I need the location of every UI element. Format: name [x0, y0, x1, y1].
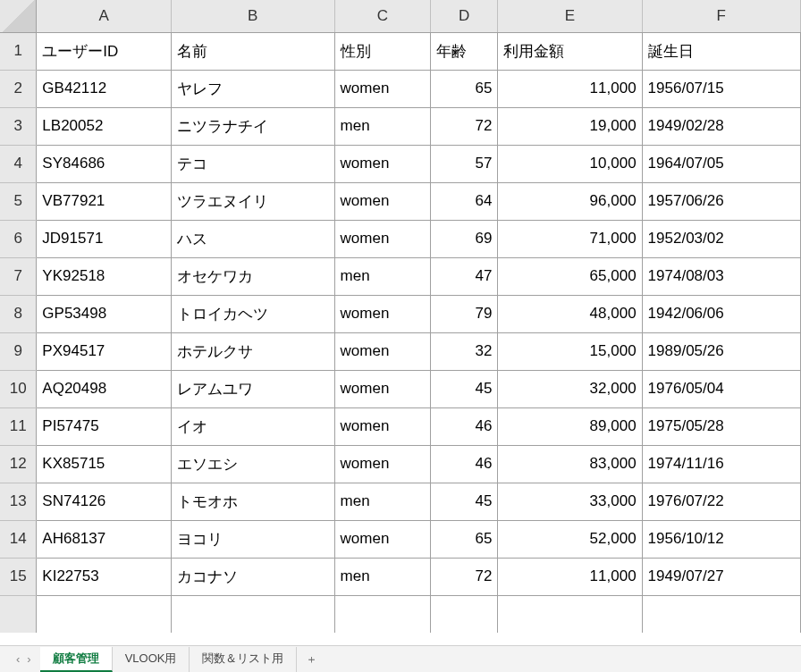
cell-B14[interactable]: ヨコリ	[171, 520, 334, 558]
row-header-2[interactable]: 2	[0, 70, 37, 107]
cell-B2[interactable]: ヤレフ	[171, 70, 334, 107]
cell-E7[interactable]: 65,000	[498, 257, 642, 295]
sheet-tab[interactable]: 関数＆リスト用	[190, 647, 297, 672]
cell-B13[interactable]: トモオホ	[171, 483, 334, 520]
row-header-partial[interactable]	[0, 595, 37, 633]
cell-C7[interactable]: men	[334, 257, 431, 295]
cell-A7[interactable]: YK92518	[37, 257, 172, 295]
row-header-3[interactable]: 3	[0, 107, 37, 145]
cell-A8[interactable]: GP53498	[37, 295, 172, 332]
row-header-12[interactable]: 12	[0, 445, 37, 483]
cell-C8[interactable]: women	[334, 295, 431, 332]
cell-B5[interactable]: ツラエヌイリ	[171, 182, 334, 220]
row-header-15[interactable]: 15	[0, 558, 37, 595]
cell-A10[interactable]: AQ20498	[37, 370, 172, 407]
cell-A6[interactable]: JD91571	[37, 220, 172, 257]
sheet-prev-icon[interactable]: ‹	[16, 652, 20, 666]
col-header-A[interactable]: A	[37, 0, 172, 32]
cell-E15[interactable]: 11,000	[498, 558, 642, 595]
cell-partial[interactable]	[334, 595, 431, 633]
cell-F14[interactable]: 1956/10/12	[642, 520, 800, 558]
cell-C6[interactable]: women	[334, 220, 431, 257]
cell-B11[interactable]: イオ	[171, 407, 334, 445]
cell-D12[interactable]: 46	[431, 445, 498, 483]
col-header-F[interactable]: F	[642, 0, 800, 32]
cell-D8[interactable]: 79	[431, 295, 498, 332]
sheet-tab[interactable]: 顧客管理	[40, 647, 113, 672]
sheet-next-icon[interactable]: ›	[27, 652, 30, 666]
cell-C15[interactable]: men	[334, 558, 431, 595]
cell-partial[interactable]	[642, 595, 800, 633]
cell-F6[interactable]: 1952/03/02	[642, 220, 800, 257]
row-header-1[interactable]: 1	[0, 32, 37, 70]
cell-A1[interactable]: ユーザーID	[37, 32, 172, 70]
cell-F2[interactable]: 1956/07/15	[642, 70, 800, 107]
row-header-13[interactable]: 13	[0, 483, 37, 520]
row-header-11[interactable]: 11	[0, 407, 37, 445]
cell-C5[interactable]: women	[334, 182, 431, 220]
row-header-14[interactable]: 14	[0, 520, 37, 558]
cell-B15[interactable]: カコナソ	[171, 558, 334, 595]
cell-B6[interactable]: ハス	[171, 220, 334, 257]
cell-C2[interactable]: women	[334, 70, 431, 107]
cell-C1[interactable]: 性別	[334, 32, 431, 70]
cell-E14[interactable]: 52,000	[498, 520, 642, 558]
cell-C14[interactable]: women	[334, 520, 431, 558]
cell-E13[interactable]: 33,000	[498, 483, 642, 520]
cell-E1[interactable]: 利用金額	[498, 32, 642, 70]
row-header-4[interactable]: 4	[0, 145, 37, 182]
cell-A11[interactable]: PI57475	[37, 407, 172, 445]
cell-B9[interactable]: ホテルクサ	[171, 332, 334, 370]
row-header-5[interactable]: 5	[0, 182, 37, 220]
cell-F15[interactable]: 1949/07/27	[642, 558, 800, 595]
cell-F1[interactable]: 誕生日	[642, 32, 800, 70]
cell-partial[interactable]	[171, 595, 334, 633]
cell-E2[interactable]: 11,000	[498, 70, 642, 107]
cell-B8[interactable]: トロイカヘツ	[171, 295, 334, 332]
cell-E3[interactable]: 19,000	[498, 107, 642, 145]
cell-C9[interactable]: women	[334, 332, 431, 370]
cell-E4[interactable]: 10,000	[498, 145, 642, 182]
cell-F5[interactable]: 1957/06/26	[642, 182, 800, 220]
col-header-B[interactable]: B	[171, 0, 334, 32]
add-sheet-button[interactable]: ＋	[297, 648, 326, 671]
cell-F12[interactable]: 1974/11/16	[642, 445, 800, 483]
cell-F8[interactable]: 1942/06/06	[642, 295, 800, 332]
row-header-6[interactable]: 6	[0, 220, 37, 257]
cell-A2[interactable]: GB42112	[37, 70, 172, 107]
cell-A9[interactable]: PX94517	[37, 332, 172, 370]
cell-D11[interactable]: 46	[431, 407, 498, 445]
cell-A4[interactable]: SY84686	[37, 145, 172, 182]
select-all-corner[interactable]	[0, 0, 37, 32]
sheet-tab[interactable]: VLOOK用	[113, 647, 190, 672]
cell-C10[interactable]: women	[334, 370, 431, 407]
cell-B7[interactable]: オセケワカ	[171, 257, 334, 295]
cell-E11[interactable]: 89,000	[498, 407, 642, 445]
row-header-8[interactable]: 8	[0, 295, 37, 332]
cell-D6[interactable]: 69	[431, 220, 498, 257]
spreadsheet-grid[interactable]: A B C D E F 1 ユーザーID 名前 性別 年齢 利用金額 誕生日 2…	[0, 0, 801, 633]
cell-F10[interactable]: 1976/05/04	[642, 370, 800, 407]
cell-E6[interactable]: 71,000	[498, 220, 642, 257]
cell-D3[interactable]: 72	[431, 107, 498, 145]
cell-E9[interactable]: 15,000	[498, 332, 642, 370]
cell-D4[interactable]: 57	[431, 145, 498, 182]
cell-E10[interactable]: 32,000	[498, 370, 642, 407]
cell-F13[interactable]: 1976/07/22	[642, 483, 800, 520]
row-header-7[interactable]: 7	[0, 257, 37, 295]
col-header-C[interactable]: C	[334, 0, 431, 32]
cell-F3[interactable]: 1949/02/28	[642, 107, 800, 145]
cell-F9[interactable]: 1989/05/26	[642, 332, 800, 370]
cell-D13[interactable]: 45	[431, 483, 498, 520]
cell-D15[interactable]: 72	[431, 558, 498, 595]
cell-A12[interactable]: KX85715	[37, 445, 172, 483]
cell-D9[interactable]: 32	[431, 332, 498, 370]
cell-C3[interactable]: men	[334, 107, 431, 145]
cell-D2[interactable]: 65	[431, 70, 498, 107]
cell-B4[interactable]: テコ	[171, 145, 334, 182]
cell-B10[interactable]: レアムユワ	[171, 370, 334, 407]
cell-F4[interactable]: 1964/07/05	[642, 145, 800, 182]
cell-B1[interactable]: 名前	[171, 32, 334, 70]
col-header-D[interactable]: D	[431, 0, 498, 32]
cell-D5[interactable]: 64	[431, 182, 498, 220]
